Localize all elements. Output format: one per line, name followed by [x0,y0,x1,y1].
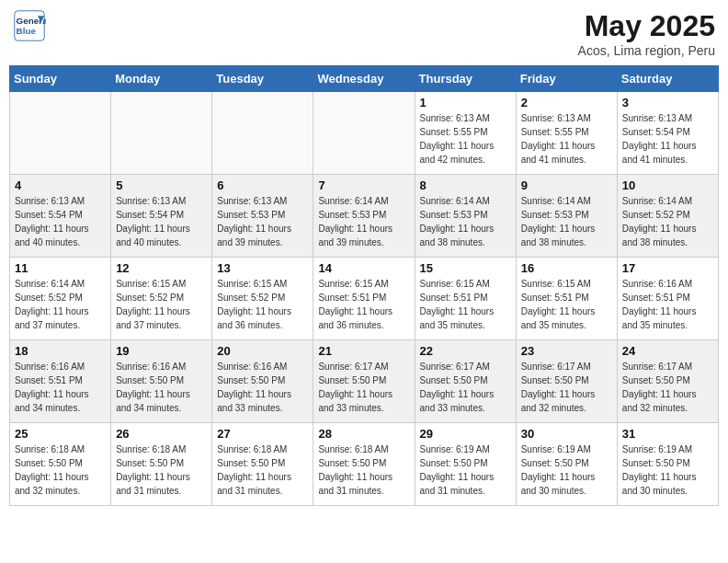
calendar-cell [313,92,415,175]
calendar-cell: 16Sunrise: 6:15 AMSunset: 5:51 PMDayligh… [516,258,617,340]
day-info: Sunrise: 6:13 AMSunset: 5:54 PMDaylight:… [622,111,713,167]
location: Acos, Lima region, Peru [578,43,715,58]
calendar-cell: 10Sunrise: 6:14 AMSunset: 5:52 PMDayligh… [617,175,718,258]
day-info: Sunrise: 6:19 AMSunset: 5:50 PMDaylight:… [420,442,511,498]
calendar-cell: 26Sunrise: 6:18 AMSunset: 5:50 PMDayligh… [111,423,212,506]
day-number: 15 [420,261,511,275]
day-number: 17 [622,261,713,275]
day-number: 24 [622,344,713,358]
calendar-week-5: 25Sunrise: 6:18 AMSunset: 5:50 PMDayligh… [10,423,719,506]
calendar-cell: 14Sunrise: 6:15 AMSunset: 5:51 PMDayligh… [313,258,415,340]
day-info: Sunrise: 6:15 AMSunset: 5:52 PMDaylight:… [217,277,308,332]
day-info: Sunrise: 6:13 AMSunset: 5:54 PMDaylight:… [116,194,207,249]
day-info: Sunrise: 6:19 AMSunset: 5:50 PMDaylight:… [622,442,713,498]
day-number: 26 [116,427,207,441]
calendar-cell: 4Sunrise: 6:13 AMSunset: 5:54 PMDaylight… [10,175,111,258]
calendar-cell: 25Sunrise: 6:18 AMSunset: 5:50 PMDayligh… [10,423,111,506]
day-info: Sunrise: 6:13 AMSunset: 5:55 PMDaylight:… [521,111,612,167]
calendar-cell: 13Sunrise: 6:15 AMSunset: 5:52 PMDayligh… [212,258,313,340]
calendar-cell: 5Sunrise: 6:13 AMSunset: 5:54 PMDaylight… [111,175,212,258]
weekday-header-sunday: Sunday [10,66,111,92]
day-number: 4 [15,178,106,192]
calendar-cell: 12Sunrise: 6:15 AMSunset: 5:52 PMDayligh… [111,258,212,340]
day-info: Sunrise: 6:18 AMSunset: 5:50 PMDaylight:… [318,442,409,498]
day-number: 23 [521,344,612,358]
weekday-header-monday: Monday [111,66,212,92]
day-number: 6 [217,178,308,192]
day-info: Sunrise: 6:18 AMSunset: 5:50 PMDaylight:… [217,442,308,498]
calendar-cell: 29Sunrise: 6:19 AMSunset: 5:50 PMDayligh… [415,423,516,506]
day-info: Sunrise: 6:14 AMSunset: 5:53 PMDaylight:… [420,194,511,249]
calendar-cell [111,92,212,175]
weekday-header-row: SundayMondayTuesdayWednesdayThursdayFrid… [10,66,719,92]
logo-icon: General Blue [13,9,46,42]
calendar-cell: 31Sunrise: 6:19 AMSunset: 5:50 PMDayligh… [617,423,718,506]
calendar-cell: 9Sunrise: 6:14 AMSunset: 5:53 PMDaylight… [516,175,617,258]
day-number: 14 [318,261,409,275]
day-number: 13 [217,261,308,275]
calendar-cell: 28Sunrise: 6:18 AMSunset: 5:50 PMDayligh… [313,423,415,506]
day-number: 12 [116,261,207,275]
calendar-week-3: 11Sunrise: 6:14 AMSunset: 5:52 PMDayligh… [10,258,719,340]
calendar-cell: 8Sunrise: 6:14 AMSunset: 5:53 PMDaylight… [415,175,516,258]
day-info: Sunrise: 6:13 AMSunset: 5:55 PMDaylight:… [420,111,511,167]
day-number: 2 [521,96,612,109]
calendar-cell: 23Sunrise: 6:17 AMSunset: 5:50 PMDayligh… [516,340,617,423]
day-number: 10 [622,178,713,192]
calendar-cell: 2Sunrise: 6:13 AMSunset: 5:55 PMDaylight… [516,92,617,175]
day-info: Sunrise: 6:18 AMSunset: 5:50 PMDaylight:… [116,442,207,498]
day-info: Sunrise: 6:16 AMSunset: 5:51 PMDaylight:… [622,277,713,332]
day-info: Sunrise: 6:13 AMSunset: 5:54 PMDaylight:… [15,194,106,249]
day-number: 16 [521,261,612,275]
day-info: Sunrise: 6:15 AMSunset: 5:51 PMDaylight:… [521,277,612,332]
day-number: 20 [217,344,308,358]
day-number: 9 [521,178,612,192]
calendar-cell: 30Sunrise: 6:19 AMSunset: 5:50 PMDayligh… [516,423,617,506]
day-info: Sunrise: 6:16 AMSunset: 5:50 PMDaylight:… [116,360,207,415]
day-info: Sunrise: 6:17 AMSunset: 5:50 PMDaylight:… [622,360,713,415]
weekday-header-tuesday: Tuesday [212,66,313,92]
calendar-cell: 24Sunrise: 6:17 AMSunset: 5:50 PMDayligh… [617,340,718,423]
day-number: 25 [15,427,106,441]
day-info: Sunrise: 6:17 AMSunset: 5:50 PMDaylight:… [521,360,612,415]
calendar-week-1: 1Sunrise: 6:13 AMSunset: 5:55 PMDaylight… [10,92,719,175]
day-number: 1 [420,96,511,109]
day-info: Sunrise: 6:15 AMSunset: 5:52 PMDaylight:… [116,277,207,332]
day-number: 8 [420,178,511,192]
day-info: Sunrise: 6:19 AMSunset: 5:50 PMDaylight:… [521,442,612,498]
calendar-cell: 18Sunrise: 6:16 AMSunset: 5:51 PMDayligh… [10,340,111,423]
calendar-cell: 3Sunrise: 6:13 AMSunset: 5:54 PMDaylight… [617,92,718,175]
calendar-cell: 17Sunrise: 6:16 AMSunset: 5:51 PMDayligh… [617,258,718,340]
day-info: Sunrise: 6:15 AMSunset: 5:51 PMDaylight:… [318,277,409,332]
day-number: 19 [116,344,207,358]
calendar-cell: 7Sunrise: 6:14 AMSunset: 5:53 PMDaylight… [313,175,415,258]
day-info: Sunrise: 6:13 AMSunset: 5:53 PMDaylight:… [217,194,308,249]
weekday-header-saturday: Saturday [617,66,718,92]
weekday-header-friday: Friday [516,66,617,92]
day-number: 30 [521,427,612,441]
day-number: 3 [622,96,713,109]
day-info: Sunrise: 6:16 AMSunset: 5:50 PMDaylight:… [217,360,308,415]
calendar-cell: 21Sunrise: 6:17 AMSunset: 5:50 PMDayligh… [313,340,415,423]
day-info: Sunrise: 6:14 AMSunset: 5:52 PMDaylight:… [622,194,713,249]
day-number: 7 [318,178,409,192]
day-number: 27 [217,427,308,441]
day-number: 29 [420,427,511,441]
weekday-header-wednesday: Wednesday [313,66,415,92]
day-info: Sunrise: 6:14 AMSunset: 5:52 PMDaylight:… [15,277,106,332]
calendar-cell: 22Sunrise: 6:17 AMSunset: 5:50 PMDayligh… [415,340,516,423]
day-info: Sunrise: 6:14 AMSunset: 5:53 PMDaylight:… [521,194,612,249]
calendar-cell: 6Sunrise: 6:13 AMSunset: 5:53 PMDaylight… [212,175,313,258]
day-number: 31 [622,427,713,441]
calendar-week-4: 18Sunrise: 6:16 AMSunset: 5:51 PMDayligh… [10,340,719,423]
day-info: Sunrise: 6:14 AMSunset: 5:53 PMDaylight:… [318,194,409,249]
day-number: 11 [15,261,106,275]
day-info: Sunrise: 6:17 AMSunset: 5:50 PMDaylight:… [318,360,409,415]
month-title: May 2025 [578,9,715,43]
calendar-week-2: 4Sunrise: 6:13 AMSunset: 5:54 PMDaylight… [10,175,719,258]
day-number: 5 [116,178,207,192]
calendar-cell [212,92,313,175]
page-header: General Blue General Blue May 2025 Acos,… [9,9,719,58]
logo: General Blue General Blue [13,9,46,42]
day-number: 22 [420,344,511,358]
